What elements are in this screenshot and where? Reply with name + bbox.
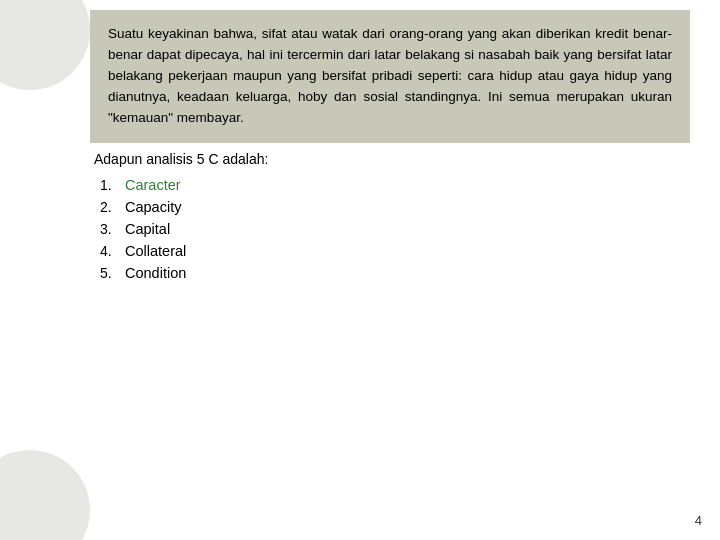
list-item: 4. Collateral bbox=[100, 243, 690, 259]
deco-circle-top bbox=[0, 0, 90, 90]
list-item: 2. Capacity bbox=[100, 199, 690, 215]
list-item: 5. Condition bbox=[100, 265, 690, 281]
list-number-2: 2. bbox=[100, 199, 125, 215]
list-label-2: Capacity bbox=[125, 199, 181, 215]
list-item: 3. Capital bbox=[100, 221, 690, 237]
list-number-5: 5. bbox=[100, 265, 125, 281]
list-container: 1. Caracter 2. Capacity 3. Capital 4. Co… bbox=[100, 177, 690, 281]
page-number: 4 bbox=[695, 513, 702, 528]
list-number-1: 1. bbox=[100, 177, 125, 193]
deco-circle-bottom bbox=[0, 450, 90, 540]
list-label-1: Caracter bbox=[125, 177, 181, 193]
list-label-4: Collateral bbox=[125, 243, 186, 259]
list-number-3: 3. bbox=[100, 221, 125, 237]
list-label-5: Condition bbox=[125, 265, 186, 281]
paragraph-text: Suatu keyakinan bahwa, sifat atau watak … bbox=[108, 26, 672, 125]
list-number-4: 4. bbox=[100, 243, 125, 259]
content-area: Suatu keyakinan bahwa, sifat atau watak … bbox=[90, 10, 690, 287]
paragraph-box: Suatu keyakinan bahwa, sifat atau watak … bbox=[90, 10, 690, 143]
list-label-3: Capital bbox=[125, 221, 170, 237]
slide: Suatu keyakinan bahwa, sifat atau watak … bbox=[0, 0, 720, 540]
analisis-heading: Adapun analisis 5 C adalah: bbox=[94, 151, 690, 167]
list-item: 1. Caracter bbox=[100, 177, 690, 193]
